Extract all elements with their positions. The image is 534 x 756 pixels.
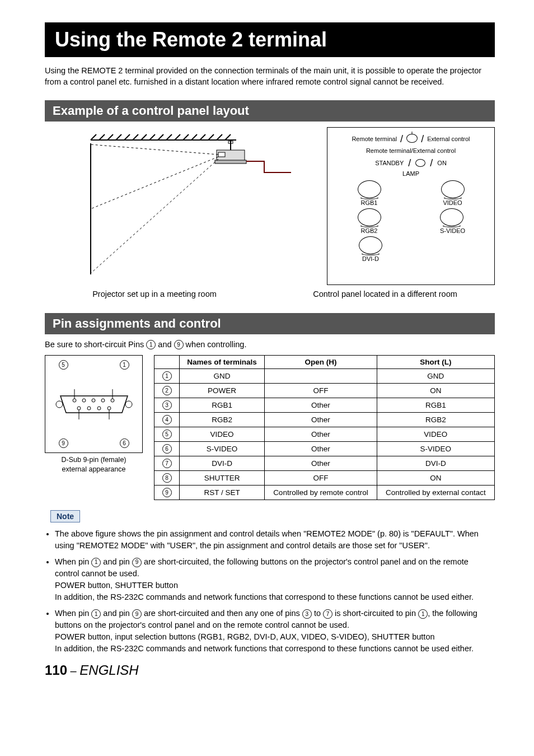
cell-short: DVI-D [377, 456, 494, 471]
th-names: Names of terminals [180, 356, 265, 369]
cell-short: GND [377, 369, 494, 384]
svg-point-30 [82, 399, 86, 402]
svg-line-4 [116, 134, 121, 140]
cell-name: POWER [180, 384, 265, 398]
svg-line-1 [91, 134, 96, 140]
pin-number-icon: 2 [162, 386, 172, 395]
caption-control-panel: Control panel located in a different roo… [275, 290, 495, 298]
table-row: 8SHUTTEROFFON [154, 471, 495, 486]
svg-point-32 [101, 399, 105, 402]
svg-line-17 [225, 134, 231, 140]
cell-name: RST / SET [180, 486, 265, 500]
pin-table: Names of terminals Open (H) Short (L) 1G… [154, 355, 495, 500]
pin-number-icon: 9 [162, 488, 172, 497]
pin-number-icon: 3 [162, 400, 172, 410]
cell-name: S-VIDEO [180, 442, 265, 456]
pin-9-icon: 9 [174, 340, 184, 349]
svg-line-5 [124, 134, 130, 140]
circled-number-icon: 7 [323, 609, 332, 619]
th-open: Open (H) [265, 356, 377, 369]
svg-line-15 [208, 134, 214, 140]
caption-meeting-room: Projector set up in a meeting room [45, 290, 264, 298]
connector-caption-1: D-Sub 9-pin (female) [61, 456, 126, 464]
note-item: When pin 1 and pin 9 are short-circuited… [55, 608, 495, 655]
label-rgb1: RGB1 [358, 199, 381, 206]
svg-point-29 [73, 399, 76, 402]
label-on: ON [437, 160, 447, 166]
svg-line-16 [217, 134, 222, 140]
table-row: 5VIDEOOtherVIDEO [154, 427, 495, 442]
page-title: Using the Remote 2 terminal [45, 22, 495, 57]
circled-number-icon: 1 [91, 558, 101, 567]
svg-point-35 [87, 407, 91, 410]
svg-point-37 [107, 407, 111, 410]
cell-short: VIDEO [377, 427, 494, 442]
button-rgb2-icon [358, 208, 381, 226]
cell-short: ON [377, 471, 494, 486]
pin-intro-text: Be sure to short-circuit Pins 1 and 9 wh… [45, 340, 495, 350]
svg-line-12 [183, 134, 189, 140]
label-dvid: DVI-D [359, 255, 382, 262]
cell-name: RGB1 [180, 398, 265, 413]
svg-line-24 [91, 157, 218, 209]
intro-text: Using the REMOTE 2 terminal provided on … [45, 65, 495, 88]
svg-rect-22 [218, 152, 225, 157]
cell-name: RGB2 [180, 413, 265, 427]
table-row: 2POWEROFFON [154, 384, 495, 398]
language-label: ENGLISH [79, 662, 138, 678]
cell-name: DVI-D [180, 456, 265, 471]
conn-pin-5-icon: 5 [59, 360, 68, 370]
svg-line-23 [91, 144, 218, 155]
cell-short: S-VIDEO [377, 442, 494, 456]
cell-short: RGB2 [377, 413, 494, 427]
notes-list: The above figure shows the pin assignmen… [45, 528, 495, 655]
svg-point-33 [111, 399, 114, 402]
table-row: 3RGB1OtherRGB1 [154, 398, 495, 413]
svg-line-8 [149, 134, 155, 140]
circled-number-icon: 1 [91, 609, 101, 619]
th-blank [154, 356, 180, 369]
note-item: When pin 1 and pin 9 are short-circuited… [55, 556, 495, 603]
toggle-switch-icon [406, 134, 418, 143]
conn-pin-1-icon: 1 [120, 360, 129, 370]
svg-point-34 [77, 407, 81, 410]
cell-open [265, 369, 377, 384]
pin-number-icon: 6 [162, 444, 172, 454]
button-video-icon [441, 180, 465, 198]
cell-open: OFF [265, 471, 377, 486]
cell-open: Other [265, 413, 377, 427]
table-row: 7DVI-DOtherDVI-D [154, 456, 495, 471]
svg-line-7 [141, 134, 147, 140]
svg-point-27 [56, 401, 63, 408]
label-video: VIDEO [441, 199, 465, 206]
label-remote-terminal: Remote terminal [352, 136, 397, 142]
section-heading-layout: Example of a control panel layout [45, 100, 495, 122]
cell-name: SHUTTER [180, 471, 265, 486]
svg-point-36 [97, 407, 101, 410]
svg-line-9 [158, 134, 163, 140]
pin-number-icon: 1 [162, 371, 172, 381]
pin-number-icon: 8 [162, 473, 172, 483]
table-row: 6S-VIDEOOtherS-VIDEO [154, 442, 495, 456]
note-item: The above figure shows the pin assignmen… [55, 528, 495, 552]
connector-diagram: 5 1 9 [45, 355, 143, 453]
cell-name: VIDEO [180, 427, 265, 442]
cell-open: Other [265, 442, 377, 456]
section-heading-pins: Pin assignments and control [45, 313, 495, 334]
svg-line-2 [99, 134, 105, 140]
pin-number-icon: 4 [162, 415, 172, 424]
cell-open: Other [265, 456, 377, 471]
cell-open: Other [265, 427, 377, 442]
connector-caption-2: external appearance [62, 465, 126, 473]
svg-rect-21 [215, 160, 246, 164]
table-row: 1GNDGND [154, 369, 495, 384]
svg-line-13 [191, 134, 197, 140]
circled-number-icon: 9 [132, 558, 142, 567]
label-lamp: LAMP [339, 170, 483, 177]
cell-short: Controlled by external contact [377, 486, 494, 500]
label-remote-external: Remote terminal/External control [339, 147, 483, 154]
conn-pin-6-icon: 6 [120, 438, 129, 448]
meeting-room-diagram [45, 127, 316, 285]
svg-line-3 [107, 134, 113, 140]
cell-open: Controlled by remote control [265, 486, 377, 500]
